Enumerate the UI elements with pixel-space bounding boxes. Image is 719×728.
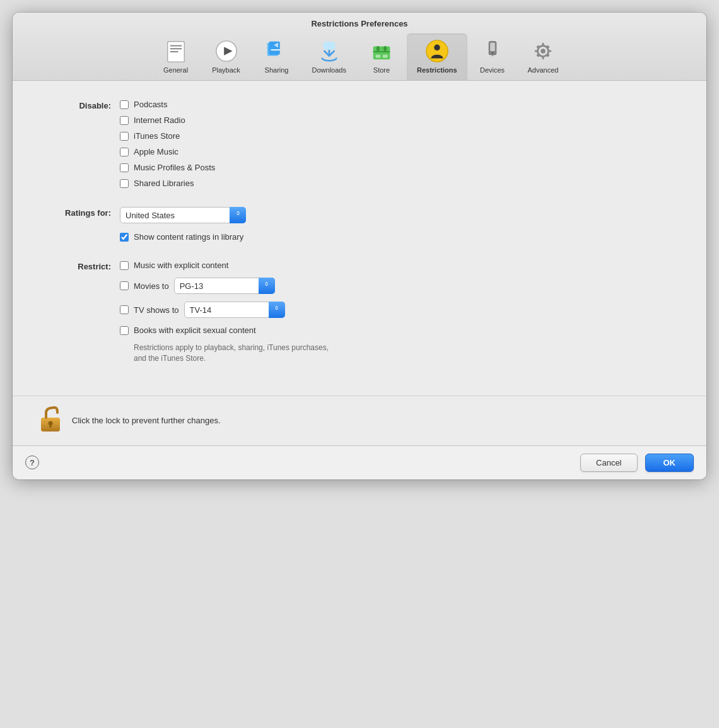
svg-rect-20 <box>491 56 494 56</box>
tab-playback[interactable]: Playback <box>201 33 252 80</box>
toolbar: General Playback <box>13 33 706 80</box>
svg-rect-23 <box>542 43 544 46</box>
ratings-dropdown-row: United States Canada United Kingdom Aust… <box>120 207 681 223</box>
devices-icon <box>480 38 505 64</box>
ok-button[interactable]: OK <box>645 454 694 472</box>
tab-sharing[interactable]: Sharing <box>252 33 302 80</box>
podcasts-checkbox[interactable] <box>120 100 129 109</box>
tab-advanced[interactable]: Advanced <box>518 33 569 80</box>
shared-libraries-label: Shared Libraries <box>134 179 194 188</box>
svg-rect-13 <box>375 55 380 58</box>
show-ratings-row: Show content ratings in library <box>120 232 681 242</box>
restrict-explicit-music-row: Music with explicit content <box>120 261 681 270</box>
music-profiles-checkbox[interactable] <box>120 163 129 172</box>
tv-checkbox-row: TV shows to <box>120 305 179 315</box>
restrict-movies-row: Movies to G PG PG-13 R NC-17 Not Rated <box>120 278 681 294</box>
internet-radio-checkbox[interactable] <box>120 116 129 125</box>
general-icon <box>163 38 189 64</box>
tab-playback-label: Playback <box>212 66 240 74</box>
lock-text: Click the lock to prevent further change… <box>72 416 221 425</box>
svg-rect-7 <box>269 42 279 55</box>
tab-downloads[interactable]: Downloads <box>302 33 356 80</box>
svg-rect-11 <box>384 46 387 51</box>
books-label: Books with explicit sexual content <box>134 326 256 335</box>
main-content: Disable: Podcasts Internet Radio iTunes … <box>13 81 706 396</box>
movies-rating-select[interactable]: G PG PG-13 R NC-17 Not Rated <box>174 278 275 294</box>
disable-label: Disable: <box>38 100 120 110</box>
tv-shows-checkbox[interactable] <box>120 305 129 314</box>
tab-restrictions-label: Restrictions <box>417 66 457 74</box>
tv-rating-wrapper: TV-Y TV-Y7 TV-G TV-PG TV-14 TV-MA <box>184 302 285 318</box>
tab-sharing-label: Sharing <box>265 66 289 74</box>
help-button[interactable]: ? <box>25 455 39 469</box>
tv-shows-label: TV shows to <box>134 305 179 315</box>
store-icon <box>369 38 394 64</box>
itunes-store-label: iTunes Store <box>134 131 180 141</box>
svg-rect-3 <box>170 51 178 52</box>
restrict-label: Restrict: <box>38 261 120 271</box>
tab-restrictions[interactable]: Restrictions <box>407 33 467 80</box>
show-ratings-checkbox[interactable] <box>120 233 129 242</box>
svg-rect-10 <box>377 46 379 51</box>
lock-bar: Click the lock to prevent further change… <box>13 396 706 445</box>
apple-music-checkbox[interactable] <box>120 148 129 156</box>
books-checkbox[interactable] <box>120 326 129 335</box>
playback-icon <box>214 38 239 64</box>
restrict-note: Restrictions apply to playback, sharing,… <box>134 343 487 364</box>
movies-rating-wrapper: G PG PG-13 R NC-17 Not Rated <box>174 278 275 294</box>
svg-rect-14 <box>383 55 388 58</box>
tab-devices[interactable]: Devices <box>467 33 518 80</box>
titlebar: Restrictions Preferences General <box>13 13 706 81</box>
svg-rect-26 <box>549 50 552 52</box>
tab-general[interactable]: General <box>151 33 201 80</box>
ratings-content: United States Canada United Kingdom Aust… <box>120 207 681 248</box>
explicit-music-checkbox-row: Music with explicit content <box>120 261 228 270</box>
checkbox-row-shared-libraries: Shared Libraries <box>120 179 681 188</box>
svg-point-15 <box>426 40 448 62</box>
shared-libraries-checkbox[interactable] <box>120 179 129 188</box>
svg-point-19 <box>491 52 493 54</box>
movies-checkbox-row: Movies to <box>120 281 169 291</box>
tab-downloads-label: Downloads <box>312 66 346 74</box>
tab-general-label: General <box>163 66 188 74</box>
tab-devices-label: Devices <box>480 66 505 74</box>
advanced-icon <box>530 38 556 64</box>
restrict-books-row: Books with explicit sexual content <box>120 326 681 335</box>
svg-rect-34 <box>50 424 52 428</box>
restrictions-icon <box>424 38 450 64</box>
explicit-music-label: Music with explicit content <box>134 261 228 270</box>
svg-point-22 <box>541 49 546 54</box>
checkbox-row-itunes-store: iTunes Store <box>120 131 681 141</box>
music-profiles-label: Music Profiles & Posts <box>134 163 215 172</box>
tv-rating-select[interactable]: TV-Y TV-Y7 TV-G TV-PG TV-14 TV-MA <box>184 302 285 318</box>
apple-music-label: Apple Music <box>134 147 178 156</box>
tab-store[interactable]: Store <box>356 33 407 80</box>
movies-checkbox[interactable] <box>120 281 129 290</box>
itunes-store-checkbox[interactable] <box>120 132 129 141</box>
checkbox-row-podcasts: Podcasts <box>120 100 681 109</box>
svg-rect-2 <box>170 48 182 49</box>
preferences-window: Restrictions Preferences General <box>13 13 706 479</box>
ratings-country-wrapper: United States Canada United Kingdom Aust… <box>120 207 246 223</box>
ratings-country-select[interactable]: United States Canada United Kingdom Aust… <box>120 207 246 223</box>
books-checkbox-row: Books with explicit sexual content <box>120 326 256 335</box>
svg-rect-18 <box>490 43 495 51</box>
tab-advanced-label: Advanced <box>528 66 559 74</box>
downloads-icon <box>317 38 342 64</box>
svg-rect-24 <box>542 57 544 60</box>
svg-point-16 <box>434 45 440 51</box>
disable-section: Disable: Podcasts Internet Radio iTunes … <box>38 100 681 194</box>
tab-store-label: Store <box>373 66 390 74</box>
internet-radio-label: Internet Radio <box>134 115 185 125</box>
lock-icon[interactable] <box>38 405 63 437</box>
window-title: Restrictions Preferences <box>13 19 706 28</box>
checkbox-row-apple-music: Apple Music <box>120 147 681 156</box>
show-ratings-label: Show content ratings in library <box>134 232 243 242</box>
restrict-content: Music with explicit content Movies to G … <box>120 261 681 364</box>
checkbox-row-music-profiles: Music Profiles & Posts <box>120 163 681 172</box>
ratings-section: Ratings for: United States Canada United… <box>38 207 681 248</box>
checkbox-row-internet-radio: Internet Radio <box>120 115 681 125</box>
explicit-music-checkbox[interactable] <box>120 261 129 270</box>
movies-label: Movies to <box>134 281 169 291</box>
cancel-button[interactable]: Cancel <box>580 454 637 472</box>
